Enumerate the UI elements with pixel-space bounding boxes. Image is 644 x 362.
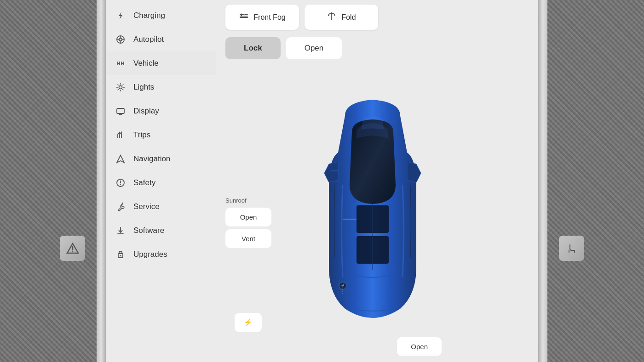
svg-line-23: [118, 89, 119, 90]
hazard-icon: [66, 242, 79, 255]
charging-icon: [115, 10, 126, 21]
fold-button[interactable]: Fold: [305, 5, 378, 30]
right-panel: [538, 0, 644, 362]
svg-line-20: [118, 85, 119, 85]
right-trim: [538, 0, 547, 362]
sunroof-vent-button[interactable]: Vent: [225, 229, 271, 248]
sidebar-item-safety[interactable]: Safety: [106, 171, 216, 195]
svg-marker-39: [240, 13, 242, 16]
seat-icon: [565, 242, 578, 255]
software-icon: [115, 225, 126, 236]
svg-line-21: [122, 89, 123, 90]
charging-label: Charging: [133, 11, 165, 20]
sidebar-item-trips[interactable]: Trips: [106, 123, 216, 147]
sidebar-item-software[interactable]: Software: [106, 219, 216, 243]
navigation-label: Navigation: [133, 154, 170, 164]
svg-line-22: [122, 85, 123, 85]
front-fog-label: Front Fog: [253, 13, 285, 22]
autopilot-label: Autopilot: [133, 35, 164, 44]
lock-button[interactable]: Lock: [225, 37, 281, 59]
vehicle-label: Vehicle: [133, 59, 159, 68]
lock-open-row: Lock Open: [216, 34, 538, 62]
sidebar-item-vehicle[interactable]: Vehicle: [106, 51, 216, 75]
touchscreen: Charging Autopilot: [106, 0, 538, 362]
car-svg: [304, 93, 442, 332]
display-label: Display: [133, 107, 159, 116]
svg-rect-24: [117, 108, 124, 113]
lights-icon: [115, 82, 126, 93]
sidebar-item-service[interactable]: Service: [106, 195, 216, 219]
service-icon: [115, 201, 126, 212]
trips-label: Trips: [133, 130, 150, 140]
svg-point-4: [119, 38, 122, 41]
sidebar: Charging Autopilot: [106, 0, 216, 362]
display-icon: [115, 106, 126, 117]
hazard-button[interactable]: [60, 236, 85, 261]
svg-point-30: [120, 184, 121, 185]
charge-icon: ⚡: [244, 318, 253, 327]
charge-port-button[interactable]: ⚡: [235, 313, 262, 332]
right-seat-button[interactable]: [559, 236, 584, 261]
safety-label: Safety: [133, 178, 155, 187]
sunroof-label: Sunroof: [225, 197, 271, 204]
car-visualization: Sunroof Open Vent: [216, 62, 538, 362]
svg-point-15: [119, 86, 122, 89]
svg-marker-27: [117, 155, 124, 163]
front-fog-icon: [239, 11, 249, 23]
navigation-icon: [115, 153, 126, 164]
sidebar-item-lights[interactable]: Lights: [106, 75, 216, 99]
screen-container: Charging Autopilot: [0, 0, 644, 362]
sunroof-open-button[interactable]: Open: [225, 208, 271, 226]
sidebar-item-charging[interactable]: Charging: [106, 4, 216, 28]
service-label: Service: [133, 202, 160, 211]
upgrades-icon: [115, 249, 126, 260]
lights-label: Lights: [133, 83, 154, 92]
sunroof-controls: Sunroof Open Vent: [225, 197, 271, 248]
main-content: Front Fog Fold Lock Op: [216, 0, 538, 362]
trunk-open-button[interactable]: Open: [397, 337, 442, 356]
vehicle-icon: [115, 58, 126, 69]
autopilot-icon: [115, 34, 126, 45]
sidebar-item-navigation[interactable]: Navigation: [106, 147, 216, 171]
sidebar-item-display[interactable]: Display: [106, 99, 216, 123]
charge-port-control: ⚡: [235, 313, 262, 332]
svg-point-34: [120, 255, 121, 256]
sidebar-item-autopilot[interactable]: Autopilot: [106, 28, 216, 51]
software-label: Software: [133, 226, 164, 235]
fold-label: Fold: [341, 13, 356, 22]
car-top-view: [304, 93, 451, 332]
safety-icon: [115, 177, 126, 188]
upgrades-label: Upgrades: [133, 250, 167, 259]
fold-icon: [327, 11, 337, 23]
doors-open-button[interactable]: Open: [286, 37, 342, 59]
left-panel: [0, 0, 106, 362]
top-controls: Front Fog Fold: [216, 0, 538, 34]
svg-point-2: [72, 251, 73, 252]
sidebar-item-upgrades[interactable]: Upgrades: [106, 243, 216, 266]
front-fog-button[interactable]: Front Fog: [225, 5, 299, 30]
trips-icon: [115, 130, 126, 141]
left-trim: [97, 0, 106, 362]
